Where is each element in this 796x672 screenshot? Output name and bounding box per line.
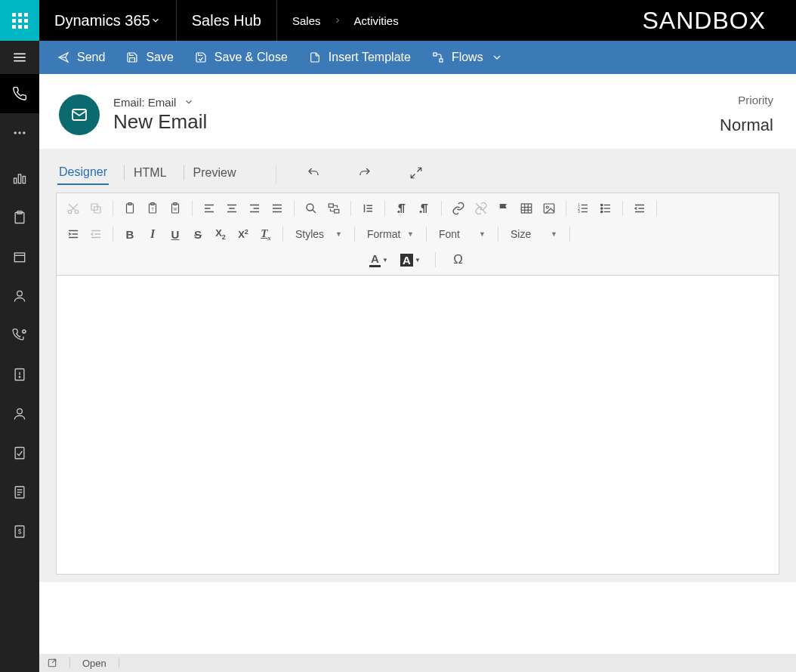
italic-button[interactable]: I [142, 225, 163, 243]
rail-item-opportunities[interactable] [0, 433, 39, 473]
bg-color-button[interactable]: A▼ [399, 251, 423, 269]
send-icon [57, 51, 69, 63]
rail-item-phone[interactable] [0, 74, 39, 113]
save-button[interactable]: Save [117, 46, 182, 69]
align-right-button[interactable] [244, 199, 265, 217]
styles-select[interactable]: Styles▼ [289, 227, 348, 242]
paste-word-button[interactable]: W [165, 199, 186, 217]
paste-button[interactable] [119, 199, 140, 217]
popout-icon [47, 658, 57, 668]
outdent2-icon [89, 227, 103, 241]
svg-line-95 [52, 659, 56, 663]
cut-button[interactable] [63, 199, 84, 217]
anchor-button[interactable] [493, 199, 514, 217]
paste-text-icon: T [146, 202, 159, 215]
bg-color-icon: A [400, 254, 413, 267]
rail-item-contacts[interactable] [0, 276, 39, 316]
size-select[interactable]: Size▼ [504, 227, 563, 242]
rail-item-dashboards[interactable] [0, 159, 39, 198]
divider [498, 227, 498, 242]
rail-item-activities[interactable] [0, 198, 39, 237]
underline-button[interactable]: U [165, 225, 186, 243]
align-right-icon [248, 202, 261, 215]
save-close-button[interactable]: Save & Close [186, 46, 297, 69]
font-select[interactable]: Font▼ [433, 227, 492, 242]
bold-button[interactable]: B [119, 225, 140, 243]
svg-point-83 [601, 208, 603, 209]
svg-text:T: T [151, 207, 154, 211]
brand-switcher[interactable]: Dynamics 365 [39, 0, 177, 41]
undo-button[interactable] [307, 166, 320, 183]
send-button[interactable]: Send [48, 46, 114, 69]
rail-item-accounts[interactable] [0, 237, 39, 276]
bullet-list-button[interactable] [595, 199, 616, 217]
record-type-selector[interactable]: Email: Email [113, 96, 207, 109]
paste-text-button[interactable]: T [142, 199, 163, 217]
subscript-button[interactable]: X2 [210, 225, 231, 243]
rail-item-phone-gear[interactable] [0, 316, 39, 355]
rtl-button[interactable] [414, 199, 435, 217]
record-entity-icon [59, 94, 100, 135]
superscript-button[interactable]: X2 [233, 225, 254, 243]
svg-point-84 [601, 211, 603, 212]
rail-item-alerts[interactable] [0, 355, 39, 394]
svg-point-31 [68, 210, 72, 214]
align-center-button[interactable] [221, 199, 242, 217]
indent-button[interactable] [63, 225, 84, 243]
fullscreen-button[interactable] [409, 166, 423, 183]
size-label: Size [511, 228, 531, 240]
ltr-button[interactable] [391, 199, 412, 217]
redo-button[interactable] [358, 166, 372, 183]
replace-button[interactable] [323, 199, 344, 217]
rte-body[interactable] [57, 276, 779, 574]
remove-format-button[interactable]: Tx [255, 225, 276, 243]
find-button[interactable] [301, 199, 322, 217]
rail-item-invoices[interactable]: $ [0, 512, 39, 551]
outdent-button[interactable] [85, 225, 106, 243]
rail-collapse-button[interactable] [0, 41, 39, 74]
tab-html[interactable]: HTML [132, 165, 168, 184]
unlink-button[interactable] [471, 199, 492, 217]
record-priority-field[interactable]: Priority Normal [720, 94, 776, 135]
rail-item-leads[interactable] [0, 394, 39, 433]
strike-button[interactable]: S [187, 225, 208, 243]
text-color-button[interactable]: A▼ [367, 251, 391, 269]
breadcrumb-root[interactable]: Sales [292, 14, 321, 27]
image-button[interactable] [538, 199, 560, 217]
status-popout-button[interactable] [47, 658, 57, 668]
divider [113, 227, 113, 242]
status-open-label[interactable]: Open [82, 658, 106, 669]
align-justify-button[interactable] [267, 199, 288, 217]
expand-icon [409, 166, 423, 180]
indent-icon [66, 227, 80, 241]
format-select[interactable]: Format▼ [361, 227, 420, 242]
blockquote-button[interactable] [357, 199, 378, 217]
ol-icon: 123 [576, 202, 590, 215]
rail-item-more[interactable] [0, 113, 39, 153]
flows-menu[interactable]: Flows [423, 46, 512, 69]
tab-preview[interactable]: Preview [192, 165, 238, 184]
format-label: Format [367, 228, 400, 240]
hub-name[interactable]: Sales Hub [177, 0, 277, 41]
editor-history-actions [307, 166, 423, 183]
align-left-button[interactable] [199, 199, 220, 217]
divider [566, 201, 566, 216]
copy-button[interactable] [85, 199, 106, 217]
special-char-button[interactable]: Ω [448, 251, 469, 269]
rail-item-quotes[interactable] [0, 473, 39, 512]
svg-point-17 [17, 408, 23, 414]
table-button[interactable] [516, 199, 537, 217]
outdent-list-button[interactable] [629, 199, 650, 217]
insert-template-button[interactable]: Insert Template [300, 46, 420, 69]
font-label: Font [439, 228, 460, 240]
caret-down-icon: ▼ [335, 230, 342, 238]
link-button[interactable] [448, 199, 469, 217]
breadcrumb: Sales Activities [277, 0, 414, 41]
record-type-label: Email: Email [113, 96, 176, 109]
tab-designer[interactable]: Designer [57, 164, 109, 185]
brand-label: Dynamics 365 [54, 12, 150, 29]
breadcrumb-leaf[interactable]: Activities [354, 14, 399, 27]
numbered-list-button[interactable]: 123 [572, 199, 594, 217]
app-launcher-button[interactable] [0, 0, 39, 41]
remove-format-icon: Tx [261, 227, 271, 242]
